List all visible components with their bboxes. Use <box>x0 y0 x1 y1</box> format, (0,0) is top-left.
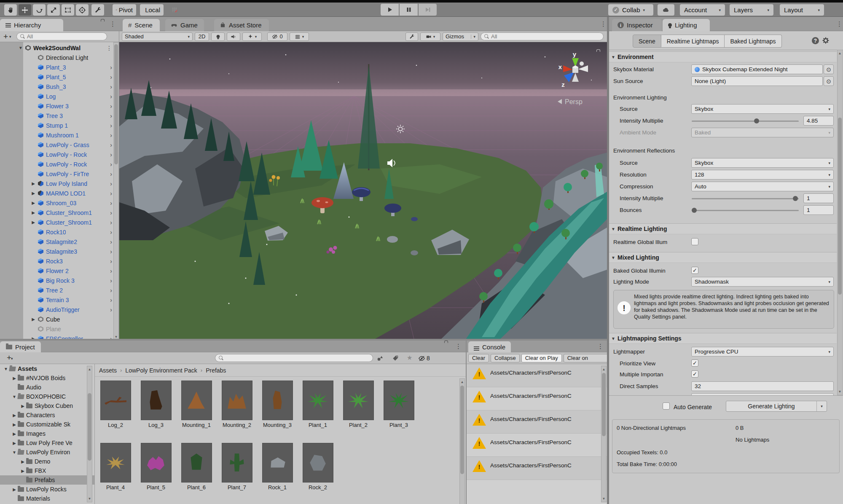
cloud-button[interactable] <box>658 4 674 16</box>
hierarchy-item[interactable]: ▼ Week2SoundWal ⋮ <box>0 43 119 53</box>
scrollbar-thumb[interactable] <box>114 44 118 164</box>
lightmapping-settings-section-header[interactable]: ▼ Lightmapping Settings <box>609 333 837 344</box>
expand-arrow-icon[interactable]: ▶ <box>11 376 18 381</box>
scroll-up-icon[interactable]: ▲ <box>838 51 842 55</box>
prefab-chevron-icon[interactable]: › <box>110 297 112 303</box>
prefab-chevron-icon[interactable]: › <box>110 142 112 148</box>
prefab-item[interactable]: Mounting_2 <box>219 381 255 428</box>
console-warning-entry[interactable]: Assets/Characters/FirstPersonC <box>467 387 607 410</box>
account-dropdown[interactable]: Account ▾ <box>680 4 725 16</box>
gear-icon[interactable] <box>822 37 830 44</box>
prefab-chevron-icon[interactable]: › <box>110 268 112 274</box>
folder-tree-item[interactable]: ▶ #NVJOB Boids <box>0 373 94 383</box>
hierarchy-item[interactable]: Stalagmite2 › <box>0 237 119 247</box>
folder-tree-item[interactable]: Audio <box>0 383 94 392</box>
refl-source-dropdown[interactable]: Skybox▾ <box>691 158 834 168</box>
hidden-count-eye-icon[interactable] <box>418 355 425 362</box>
console-warning-entry[interactable]: Assets/Characters/FirstPersonC <box>467 434 607 457</box>
filter-by-type-icon[interactable] <box>376 355 384 362</box>
hidden-objects-toggle[interactable]: 0 <box>267 32 287 41</box>
expand-arrow-icon[interactable]: ▶ <box>29 191 38 196</box>
refl-intensity-value-field[interactable]: 1 <box>803 193 834 203</box>
prefab-chevron-icon[interactable]: › <box>110 83 112 90</box>
scroll-down-icon[interactable]: ▼ <box>601 497 606 501</box>
persp-label[interactable]: Persp <box>565 98 583 105</box>
hierarchy-item[interactable]: Plant_5 › <box>0 72 119 82</box>
expand-arrow-icon[interactable]: ▶ <box>29 317 38 322</box>
expand-arrow-icon[interactable]: ▶ <box>11 441 18 445</box>
hierarchy-item[interactable]: Stalagmite3 › <box>0 247 119 256</box>
folder-tree-item[interactable]: ▶ Demo <box>0 457 94 466</box>
compression-dropdown[interactable]: Auto▾ <box>691 182 834 191</box>
hierarchy-item[interactable]: Rock10 › <box>0 227 119 237</box>
prefab-chevron-icon[interactable]: › <box>110 209 112 216</box>
prefab-item[interactable]: Mounting_1 <box>178 381 215 428</box>
scroll-up-icon[interactable]: ▲ <box>87 367 92 371</box>
expand-arrow-icon[interactable]: ▶ <box>19 459 26 464</box>
axis-z-label[interactable]: z <box>561 81 565 88</box>
expand-arrow-icon[interactable]: ▼ <box>11 394 18 399</box>
lighting-scrollbar[interactable]: ▲ ▼ <box>837 50 843 395</box>
hierarchy-item[interactable]: AudioTrigger › <box>0 305 119 314</box>
hierarchy-item[interactable]: ▶ Cube <box>0 314 119 324</box>
breadcrumb-assets[interactable]: Assets <box>99 367 117 374</box>
project-search-field[interactable] <box>215 354 373 362</box>
help-icon[interactable]: ? <box>812 37 819 44</box>
layers-dropdown[interactable]: Layers ▾ <box>730 4 773 16</box>
expand-arrow-icon[interactable]: ▶ <box>29 210 38 215</box>
expand-arrow-icon[interactable]: ▶ <box>29 181 38 186</box>
chevron-down-icon[interactable]: ▾ <box>11 357 13 361</box>
expand-arrow-icon[interactable]: ▼ <box>11 450 18 455</box>
step-button[interactable] <box>419 4 437 16</box>
scene-camera-dropdown[interactable]: ▾ <box>420 32 440 41</box>
console-warning-entry[interactable]: Assets/Characters/FirstPersonC <box>467 457 607 480</box>
rect-tool-button[interactable] <box>62 4 74 16</box>
refl-intensity-slider[interactable] <box>692 198 799 199</box>
multiple-importance-checkbox[interactable]: ✓ <box>691 370 698 378</box>
axis-x-label[interactable]: x <box>558 63 562 70</box>
prefab-item[interactable]: Plant_2 <box>340 381 376 428</box>
lightmapper-dropdown[interactable]: Progressive CPU▾ <box>691 347 834 357</box>
scene-grid-dropdown[interactable]: ▾ <box>290 32 309 41</box>
prefab-chevron-icon[interactable]: › <box>110 258 112 265</box>
environment-section-header[interactable]: ▼ Environment <box>609 51 837 62</box>
object-picker-icon[interactable]: ⊙ <box>824 64 834 74</box>
favorites-star-icon[interactable]: ★ <box>407 354 412 362</box>
expand-arrow-icon[interactable]: ▶ <box>11 422 18 427</box>
collapse-button[interactable]: Collapse <box>491 354 520 362</box>
hierarchy-item[interactable]: ▶ Cluster_Shroom1 › <box>0 208 119 217</box>
prefab-chevron-icon[interactable]: › <box>110 93 112 100</box>
pause-button[interactable] <box>400 4 418 16</box>
expand-arrow-icon[interactable]: ▶ <box>11 432 18 436</box>
hierarchy-item[interactable]: ▶ Shroom_03 › <box>0 198 119 208</box>
prefab-chevron-icon[interactable]: › <box>110 219 112 226</box>
prefab-chevron-icon[interactable]: › <box>110 171 112 177</box>
prefab-chevron-icon[interactable]: › <box>110 180 112 187</box>
direct-samples-field[interactable]: 32 <box>691 381 834 391</box>
filter-by-label-icon[interactable] <box>392 355 399 362</box>
scene-search-field[interactable] <box>481 32 604 40</box>
hierarchy-item[interactable]: Stump 1 › <box>0 121 119 130</box>
hierarchy-item[interactable]: Tree 2 › <box>0 285 119 295</box>
prefab-chevron-icon[interactable]: › <box>110 239 112 245</box>
hierarchy-item[interactable]: Bush_3 › <box>0 82 119 91</box>
tab-inspector[interactable]: i Inspector <box>612 19 662 31</box>
clear-on-play-button[interactable]: Clear on Play <box>521 354 562 362</box>
prefab-item[interactable]: Plant_4 <box>97 443 134 491</box>
hierarchy-item[interactable]: LowPoly - Rock › <box>0 150 119 159</box>
scene-lighting-toggle[interactable] <box>211 32 225 41</box>
intensity-slider[interactable] <box>692 121 799 122</box>
prefab-item[interactable]: Log_3 <box>138 381 174 428</box>
lighting-mode-dropdown[interactable]: Shadowmask▾ <box>691 277 834 287</box>
prefab-chevron-icon[interactable]: › <box>110 161 112 168</box>
breadcrumb-pack[interactable]: LowPoly Environment Pack <box>125 367 197 374</box>
foldout-icon[interactable]: ▼ <box>611 255 615 260</box>
prefab-chevron-icon[interactable]: › <box>110 248 112 255</box>
chevron-down-icon[interactable]: ▾ <box>816 401 827 411</box>
tab-project[interactable]: Project <box>0 341 41 352</box>
prefab-chevron-icon[interactable]: › <box>110 277 112 284</box>
lighting-menu-icon[interactable]: ⋮ <box>836 20 843 28</box>
bounces-slider[interactable] <box>692 210 799 211</box>
hierarchy-item[interactable]: ▶ Low Poly Island › <box>0 179 119 188</box>
play-button[interactable] <box>381 4 399 16</box>
